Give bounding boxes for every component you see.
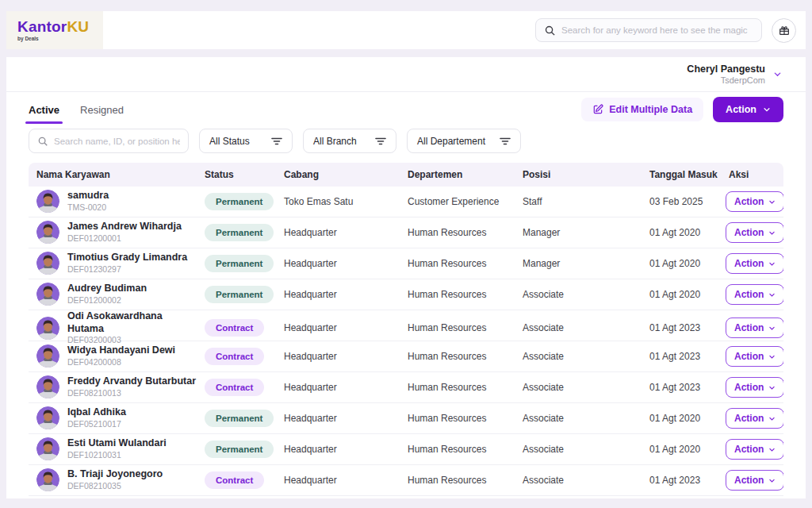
user-company: TsderpCom: [687, 75, 765, 85]
aksi-cell: Action: [726, 284, 783, 305]
row-action-button[interactable]: Action: [726, 222, 783, 243]
status-badge: Permanent: [205, 286, 274, 303]
table-row: Audrey Budiman DEF01200002 Permanent Hea…: [29, 279, 783, 310]
employee-name-cell: Esti Utami Wulandari DEF10210031: [29, 437, 197, 460]
position-cell: Associate: [515, 444, 642, 455]
employee-identity: Odi Asokawardhana Hutama DEF03200003: [67, 310, 197, 346]
filter-lines-icon: [271, 137, 282, 146]
row-action-button[interactable]: Action: [726, 318, 783, 338]
edit-multiple-data-label: Edit Multiple Data: [609, 104, 692, 115]
employee-avatar: [36, 468, 59, 491]
employee-identity: Esti Utami Wulandari DEF10210031: [67, 437, 167, 460]
table-row: B. Triaji Joyonegoro DEF08210035 Contrac…: [29, 465, 783, 496]
employee-name-cell: Iqbal Adhika DEF05210017: [29, 406, 197, 429]
row-action-label: Action: [734, 322, 764, 333]
chevron-down-icon: [768, 291, 776, 298]
position-cell: Associate: [515, 413, 642, 424]
status-badge: Contract: [205, 379, 264, 396]
employee-name: Iqbal Adhika: [67, 406, 126, 419]
header-gap: [0, 49, 812, 57]
department-cell: Human Resources: [400, 444, 515, 455]
edit-multiple-data-button[interactable]: Edit Multiple Data: [581, 98, 703, 121]
branch-cell: Headquarter: [276, 351, 400, 362]
status-badge: Permanent: [205, 224, 274, 241]
branch-cell: Headquarter: [276, 444, 400, 455]
action-menu-button[interactable]: Action: [713, 97, 783, 122]
table-search-input[interactable]: [54, 137, 180, 146]
employee-identity: Freddy Arvandy Butarbutar DEF08210013: [67, 375, 196, 398]
department-cell: Human Resources: [400, 351, 515, 362]
employee-identity: Widya Handayani Dewi DEF04200008: [67, 344, 175, 368]
join-date-cell: 01 Agt 2023: [642, 351, 726, 362]
status-cell: Permanent: [197, 410, 276, 427]
gift-button[interactable]: [772, 18, 796, 43]
employee-id: DEF05210017: [67, 419, 126, 430]
employee-id: TMS-0020: [67, 202, 109, 214]
chevron-down-icon: [768, 446, 776, 453]
employee-avatar: [36, 437, 59, 460]
row-action-button[interactable]: Action: [726, 191, 783, 212]
tab-active[interactable]: Active: [29, 92, 59, 127]
column-header-status: Status: [197, 169, 276, 180]
row-action-button[interactable]: Action: [726, 253, 783, 274]
row-action-button[interactable]: Action: [726, 439, 783, 460]
chevron-down-icon: [763, 106, 771, 114]
table-body: samudra TMS-0020 Permanent Toko Emas Sat…: [29, 187, 783, 496]
row-action-button[interactable]: Action: [726, 377, 783, 398]
employee-name-cell: Widya Handayani Dewi DEF04200008: [29, 344, 197, 368]
status-cell: Contract: [197, 379, 276, 396]
row-action-button[interactable]: Action: [726, 470, 783, 491]
employee-id: DEF01200001: [67, 233, 182, 244]
page: KantorKU by Deals Cheryl Pangestu Tsderp…: [0, 0, 812, 508]
global-search[interactable]: [535, 18, 762, 42]
department-cell: Human Resources: [400, 289, 515, 300]
aksi-cell: Action: [726, 377, 783, 398]
join-date-cell: 01 Agt 2020: [642, 227, 726, 238]
employee-avatar: [36, 283, 59, 306]
employee-name-cell: Audrey Budiman DEF01200002: [29, 283, 197, 306]
department-filter-label: All Departement: [417, 136, 485, 147]
row-action-label: Action: [734, 382, 764, 393]
position-cell: Manager: [515, 227, 642, 238]
employee-name-cell: James Andrew Wihardja DEF01200001: [29, 221, 197, 244]
employee-name-cell: samudra TMS-0020: [29, 190, 197, 213]
chevron-down-icon: [768, 325, 776, 332]
branch-cell: Headquarter: [276, 227, 400, 238]
global-search-input[interactable]: [561, 25, 753, 35]
branch-cell: Headquarter: [276, 382, 400, 393]
brand-name-primary: Kantor: [17, 18, 67, 35]
department-filter-dropdown[interactable]: All Departement: [407, 129, 521, 153]
branch-cell: Headquarter: [276, 413, 400, 424]
join-date-cell: 01 Agt 2023: [642, 475, 726, 486]
tab-resigned[interactable]: Resigned: [80, 92, 124, 127]
row-action-label: Action: [734, 444, 764, 455]
row-action-label: Action: [734, 196, 764, 207]
row-action-button[interactable]: Action: [726, 346, 783, 367]
filter-lines-icon: [375, 137, 386, 146]
employee-identity: Audrey Budiman DEF01200002: [67, 283, 147, 306]
join-date-cell: 01 Agt 2020: [642, 289, 726, 300]
table-search[interactable]: [29, 129, 189, 153]
branch-filter-dropdown[interactable]: All Branch: [303, 129, 396, 153]
brand-name: KantorKU: [17, 19, 103, 34]
employee-name-cell: Odi Asokawardhana Hutama DEF03200003: [29, 310, 197, 346]
status-filter-dropdown[interactable]: All Status: [199, 129, 293, 153]
user-bar[interactable]: Cheryl Pangestu TsderpCom: [6, 57, 806, 92]
branch-cell: Headquarter: [276, 258, 400, 269]
row-action-label: Action: [734, 258, 764, 269]
position-cell: Associate: [515, 351, 642, 362]
join-date-cell: 01 Agt 2023: [642, 322, 726, 333]
row-action-button[interactable]: Action: [726, 284, 783, 305]
employee-name: Timotius Grady Limandra: [67, 252, 187, 264]
employee-avatar: [36, 317, 59, 340]
row-action-button[interactable]: Action: [726, 408, 783, 429]
employee-name: Audrey Budiman: [67, 283, 147, 295]
chevron-down-icon[interactable]: [773, 70, 782, 79]
department-cell: Human Resources: [400, 382, 515, 393]
app-header: KantorKU by Deals: [6, 11, 806, 49]
employee-avatar: [36, 221, 59, 244]
table-row: Timotius Grady Limandra DEF01230297 Perm…: [29, 248, 783, 279]
brand-tagline: by Deals: [17, 36, 103, 41]
status-badge: Contract: [205, 319, 264, 337]
column-header-tanggal-masuk: Tanggal Masuk: [642, 169, 726, 180]
